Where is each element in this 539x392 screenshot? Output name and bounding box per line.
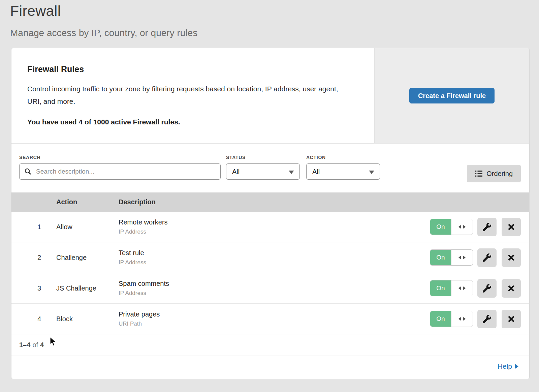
rule-controls: On: [430, 310, 529, 328]
help-link-label: Help: [498, 362, 512, 370]
ordering-button-label: Ordering: [486, 170, 513, 178]
configure-rule-button[interactable]: [477, 310, 497, 328]
rule-match-field: IP Address: [119, 229, 430, 235]
chevron-down-icon: [369, 171, 374, 174]
page-header: Firewall Manage access by IP, country, o…: [0, 0, 539, 38]
help-link[interactable]: Help: [498, 362, 518, 370]
x-icon: [507, 223, 515, 231]
action-column-header: Action: [56, 198, 119, 206]
delete-rule-button[interactable]: [502, 310, 521, 328]
filters-spacer: [386, 155, 467, 192]
search-icon: [24, 168, 32, 175]
configure-rule-button[interactable]: [477, 218, 497, 236]
toggle-on-label: On: [430, 311, 451, 327]
firewall-rule-row: 4 Block Private pages URI Path On: [11, 304, 529, 334]
rule-enabled-toggle[interactable]: On: [430, 219, 473, 235]
wrench-icon: [483, 315, 491, 323]
pagination-range: 1–4: [19, 341, 30, 349]
rule-priority: 2: [11, 254, 56, 262]
rule-priority: 4: [11, 315, 56, 323]
card-top-section: Firewall Rules Control incoming traffic …: [11, 48, 529, 144]
panel-description: Control incoming traffic to your zone by…: [27, 83, 351, 108]
status-select-value: All: [232, 168, 240, 176]
firewall-rule-row: 1 Allow Remote workers IP Address On: [11, 212, 529, 242]
firewall-rule-row: 3 JS Challenge Spam comments IP Address …: [11, 273, 529, 304]
rule-description: Spam comments IP Address: [119, 280, 430, 297]
x-icon: [507, 315, 515, 323]
rules-usage-text: You have used 4 of 1000 active Firewall …: [27, 118, 354, 126]
panel-heading: Firewall Rules: [27, 64, 354, 74]
rule-enabled-toggle[interactable]: On: [430, 249, 473, 266]
list-icon: [475, 170, 482, 177]
toggle-arrows-icon: [451, 311, 473, 327]
rule-priority: 1: [11, 223, 56, 231]
action-select-value: All: [312, 168, 320, 176]
rule-match-field: URI Path: [119, 321, 430, 327]
pagination-total: 4: [40, 341, 44, 349]
rule-description: Remote workers IP Address: [119, 218, 430, 235]
rule-action: JS Challenge: [56, 284, 119, 292]
action-label: ACTION: [306, 155, 380, 160]
status-label: STATUS: [226, 155, 300, 160]
delete-rule-button[interactable]: [502, 218, 521, 236]
rule-description-title: Test rule: [119, 249, 430, 257]
create-rule-panel: Create a Firewall rule: [374, 48, 529, 143]
rule-action: Challenge: [56, 254, 119, 262]
wrench-icon: [483, 223, 491, 231]
status-select[interactable]: All: [226, 163, 300, 180]
create-firewall-rule-button[interactable]: Create a Firewall rule: [409, 88, 495, 103]
action-filter: ACTION All: [306, 155, 380, 192]
rule-controls: On: [430, 218, 529, 236]
filters-bar: SEARCH STATUS All ACTION: [11, 144, 529, 192]
delete-rule-button[interactable]: [502, 279, 521, 298]
rule-description: Test rule IP Address: [119, 249, 430, 266]
configure-rule-button[interactable]: [477, 279, 497, 298]
table-header: Action Description: [11, 192, 529, 212]
x-icon: [507, 254, 515, 262]
description-column-header: Description: [119, 198, 529, 206]
firewall-rule-row: 2 Challenge Test rule IP Address On: [11, 242, 529, 273]
rule-description: Private pages URI Path: [119, 310, 430, 327]
status-filter: STATUS All: [226, 155, 300, 192]
page-subtitle: Manage access by IP, country, or query r…: [10, 28, 539, 38]
firewall-rules-intro: Firewall Rules Control incoming traffic …: [11, 48, 374, 143]
rule-controls: On: [430, 279, 529, 298]
chevron-down-icon: [289, 171, 294, 174]
rule-match-field: IP Address: [119, 290, 430, 297]
search-label: SEARCH: [19, 155, 221, 160]
toggle-arrows-icon: [451, 250, 473, 265]
wrench-icon: [483, 253, 491, 262]
toggle-arrows-icon: [451, 280, 473, 296]
firewall-rules-card: Firewall Rules Control incoming traffic …: [11, 48, 530, 379]
page: Firewall Manage access by IP, country, o…: [0, 0, 539, 392]
x-icon: [507, 284, 515, 292]
action-select[interactable]: All: [306, 163, 380, 180]
rule-action: Allow: [56, 223, 119, 231]
ordering-button[interactable]: Ordering: [467, 165, 521, 182]
rule-description-title: Remote workers: [119, 218, 430, 226]
rule-priority: 3: [11, 284, 56, 292]
toggle-arrows-icon: [451, 219, 473, 235]
pagination: 1–4 of 4: [11, 334, 529, 356]
delete-rule-button[interactable]: [502, 248, 521, 267]
toggle-on-label: On: [430, 219, 451, 235]
page-title: Firewall: [10, 3, 539, 19]
rule-enabled-toggle[interactable]: On: [430, 311, 473, 327]
rule-description-title: Private pages: [119, 310, 430, 318]
pagination-of: of: [32, 341, 38, 349]
rule-controls: On: [430, 248, 529, 267]
search-input-wrapper: [19, 163, 221, 180]
wrench-icon: [483, 284, 491, 293]
search-input[interactable]: [35, 168, 216, 176]
toggle-on-label: On: [430, 280, 451, 296]
card-footer: Help: [11, 356, 529, 377]
rule-description-title: Spam comments: [119, 280, 430, 288]
rule-enabled-toggle[interactable]: On: [430, 280, 473, 296]
help-arrow-icon: [515, 364, 518, 369]
toggle-on-label: On: [430, 250, 451, 265]
search-filter: SEARCH: [19, 155, 221, 192]
rule-match-field: IP Address: [119, 259, 430, 266]
rule-action: Block: [56, 315, 119, 323]
configure-rule-button[interactable]: [477, 248, 497, 267]
